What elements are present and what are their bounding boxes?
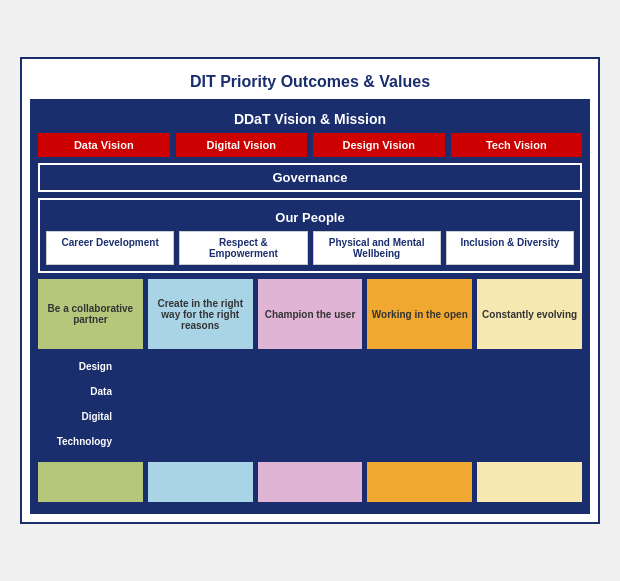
- values-row: Be a collaborative partnerCreate in the …: [38, 279, 582, 349]
- stripe-seg-3-0: [118, 430, 211, 452]
- value-card-2: Champion the user: [258, 279, 363, 349]
- people-card-2: Physical and Mental Wellbeing: [313, 231, 441, 265]
- value-card-0: Be a collaborative partner: [38, 279, 143, 349]
- stripe-seg-2-2: [304, 405, 397, 427]
- stripe-row-design: Design: [38, 355, 582, 377]
- stripes-section: DesignDataDigitalTechnology: [38, 355, 582, 452]
- people-card-1: Respect & Empowerment: [179, 231, 307, 265]
- stripe-seg-1-4: [489, 380, 582, 402]
- stripe-seg-0-3: [396, 355, 489, 377]
- stripe-colors-1: [118, 380, 582, 402]
- bottom-swatch-2: [258, 462, 363, 502]
- main-title: DIT Priority Outcomes & Values: [30, 67, 590, 99]
- stripe-seg-1-2: [304, 380, 397, 402]
- people-cards: Career DevelopmentRespect & EmpowermentP…: [46, 231, 574, 265]
- stripe-label-3: Technology: [38, 430, 118, 452]
- stripe-label-1: Data: [38, 380, 118, 402]
- governance-bar: Governance: [38, 163, 582, 192]
- ddat-title: DDaT Vision & Mission: [38, 107, 582, 133]
- people-title: Our People: [46, 206, 574, 231]
- stripe-seg-1-0: [118, 380, 211, 402]
- bottom-swatches: [38, 458, 582, 506]
- inner-box: DDaT Vision & Mission Data VisionDigital…: [30, 99, 590, 514]
- stripe-seg-2-4: [489, 405, 582, 427]
- value-card-4: Constantly evolving: [477, 279, 582, 349]
- people-card-3: Inclusion & Diversity: [446, 231, 574, 265]
- stripe-seg-0-2: [304, 355, 397, 377]
- stripe-seg-3-4: [489, 430, 582, 452]
- stripe-seg-0-0: [118, 355, 211, 377]
- vision-button-1[interactable]: Digital Vision: [176, 133, 308, 157]
- bottom-swatch-0: [38, 462, 143, 502]
- vision-button-0[interactable]: Data Vision: [38, 133, 170, 157]
- stripe-seg-3-2: [304, 430, 397, 452]
- stripe-label-0: Design: [38, 355, 118, 377]
- stripe-seg-0-1: [211, 355, 304, 377]
- stripe-seg-1-1: [211, 380, 304, 402]
- vision-button-3[interactable]: Tech Vision: [451, 133, 583, 157]
- bottom-swatch-3: [367, 462, 472, 502]
- value-card-3: Working in the open: [367, 279, 472, 349]
- people-card-0: Career Development: [46, 231, 174, 265]
- bottom-swatch-4: [477, 462, 582, 502]
- stripe-seg-0-4: [489, 355, 582, 377]
- stripe-colors-3: [118, 430, 582, 452]
- stripe-colors-0: [118, 355, 582, 377]
- stripe-seg-2-1: [211, 405, 304, 427]
- stripe-row-technology: Technology: [38, 430, 582, 452]
- stripe-seg-2-3: [396, 405, 489, 427]
- vision-button-2[interactable]: Design Vision: [313, 133, 445, 157]
- stripe-seg-3-3: [396, 430, 489, 452]
- bottom-swatch-1: [148, 462, 253, 502]
- stripe-colors-2: [118, 405, 582, 427]
- stripe-row-digital: Digital: [38, 405, 582, 427]
- stripe-seg-3-1: [211, 430, 304, 452]
- stripe-label-2: Digital: [38, 405, 118, 427]
- stripe-seg-2-0: [118, 405, 211, 427]
- vision-row: Data VisionDigital VisionDesign VisionTe…: [38, 133, 582, 157]
- value-card-1: Create in the right way for the right re…: [148, 279, 253, 349]
- stripe-seg-1-3: [396, 380, 489, 402]
- people-box: Our People Career DevelopmentRespect & E…: [38, 198, 582, 273]
- outer-frame: DIT Priority Outcomes & Values DDaT Visi…: [20, 57, 600, 524]
- stripe-row-data: Data: [38, 380, 582, 402]
